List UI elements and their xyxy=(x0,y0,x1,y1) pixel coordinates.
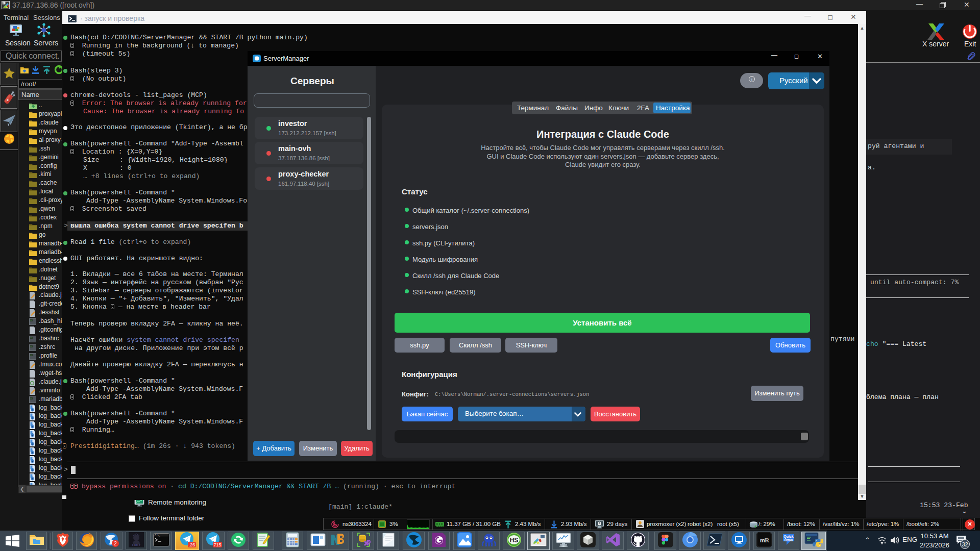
svg-text:.26: .26 xyxy=(188,542,195,547)
svg-text:715: 715 xyxy=(213,542,221,547)
svg-text:utmo: utmo xyxy=(784,538,793,542)
svg-text:FRKY: FRKY xyxy=(132,543,140,546)
svg-text:HS: HS xyxy=(509,537,518,544)
svg-text:2: 2 xyxy=(114,541,117,546)
svg-text:R: R xyxy=(765,536,770,544)
svg-text:C:\_: C:\_ xyxy=(155,534,160,537)
